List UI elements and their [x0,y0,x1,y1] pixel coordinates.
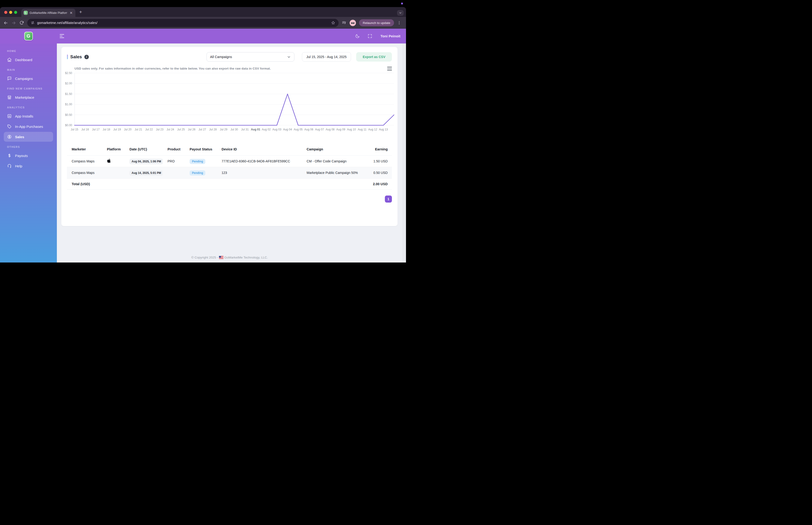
site-settings-icon[interactable] [31,21,35,25]
sidebar-item-label: In-App Purchases [15,124,43,129]
user-menu[interactable]: Toni Peinoit [380,34,400,38]
sidebar: HOMEDashboardMAINCampaignsFIND NEW CAMPA… [0,44,57,262]
svg-text:$0.00: $0.00 [65,124,72,127]
relaunch-to-update-button[interactable]: Relaunch to update [359,19,394,26]
table-row: Compass MapsAug 14, 2025, 5:01 PMPending… [67,167,392,178]
svg-text:Aug 03: Aug 03 [272,128,281,131]
menu-bar [0,0,406,7]
column-header-product: Product [163,143,185,155]
column-header-platform: Platform [102,143,125,155]
browser-profile-avatar[interactable] [350,20,356,26]
sidebar-item-label: Payouts [15,154,28,158]
fullscreen-icon[interactable] [367,34,372,39]
browser-menu-icon[interactable] [397,21,401,25]
device-id-cell: 123 [217,167,302,178]
sidebar-item-label: Sales [15,135,24,139]
svg-text:Jul 31: Jul 31 [241,128,249,131]
sidebar-section-label: ANALYTICS [7,106,53,109]
sidebar-item-dashboard[interactable]: Dashboard [4,55,53,65]
sales-line-chart: $0.00$0.50$1.00$1.50$2.00$2.50Jul 15Jul … [67,73,392,132]
bookmark-star-icon[interactable] [331,21,335,25]
svg-text:Jul 22: Jul 22 [145,128,153,131]
svg-text:$0.50: $0.50 [65,113,72,117]
traffic-lights [4,11,17,14]
platform-cell [102,167,125,178]
sidebar-item-help[interactable]: Help [4,161,53,171]
tag-icon [7,124,12,129]
back-icon[interactable] [3,20,8,25]
url-bar[interactable]: gomarketme.net/affiliate/analytics/sales… [27,19,339,27]
campaign-cell: Marketplace Public Campaign 50% [302,167,361,178]
minimize-window-button[interactable] [9,11,12,14]
pagination-page-1-button[interactable]: 1 [385,196,392,202]
svg-text:Jul 23: Jul 23 [156,128,164,131]
svg-text:Aug 02: Aug 02 [262,128,271,131]
sales-table: MarketerPlatformDate (UTC)ProductPayout … [67,143,392,190]
new-tab-button[interactable]: + [79,9,82,15]
table-total-row: Total (USD)2.00 USD [67,178,392,190]
date-cell: Aug 14, 2025, 5:01 PM [125,167,163,178]
reload-icon[interactable] [19,20,24,25]
svg-text:$1.00: $1.00 [65,103,72,106]
svg-text:$2.50: $2.50 [65,72,72,75]
gomarketme-logo[interactable]: G [24,32,33,41]
sidebar-item-payouts[interactable]: Payouts [4,151,53,161]
svg-text:$2.00: $2.00 [65,82,72,85]
sidebar-item-in-app-purchases[interactable]: In-App Purchases [4,121,53,131]
campaign-cell: CM - Offer Code Campaign [302,155,361,167]
earning-cell: 1.50 USD [361,155,392,167]
platform-cell [102,155,125,167]
notification-dot [401,3,403,4]
sidebar-section-label: OTHERS [7,146,53,148]
svg-text:Aug 12: Aug 12 [368,128,377,131]
tab-close-icon[interactable]: ✕ [69,11,73,15]
close-window-button[interactable] [4,11,7,14]
sales-card: Sales i All Campaigns Jul 15, 2025 - Aug… [61,47,398,226]
earning-cell: 0.50 USD [361,167,392,178]
campaign-filter-select[interactable]: All Campaigns [206,52,294,62]
sidebar-item-marketplace[interactable]: Marketplace [4,92,53,102]
svg-text:Jul 20: Jul 20 [124,128,132,131]
date-range-input[interactable]: Jul 15, 2025 - Aug 14, 2025 [302,52,351,62]
url-text[interactable]: gomarketme.net/affiliate/analytics/sales… [37,21,329,25]
sidebar-item-label: Dashboard [15,58,32,62]
column-header-device-id: Device ID [217,143,302,155]
sidebar-item-label: Campaigns [15,77,33,80]
info-icon[interactable]: i [85,55,89,59]
svg-text:Aug 06: Aug 06 [304,128,313,131]
tab-search-chevron-icon[interactable] [397,10,404,16]
sidebar-item-app-installs[interactable]: App Installs [4,111,53,121]
sidebar-section-label: FIND NEW CAMPAIGNS [7,87,53,90]
column-header-earning: Earning [361,143,392,155]
svg-text:Jul 27: Jul 27 [199,128,206,131]
title-accent-bar [67,55,68,59]
chevron-down-icon [287,55,291,59]
sidebar-item-campaigns[interactable]: Campaigns [4,74,53,84]
svg-text:Aug 05: Aug 05 [294,128,303,131]
date-pill: Aug 04, 2025, 1:06 PM [129,159,163,164]
browser-window: G GoMarketMe Affiliate Platform ✕ + [0,7,406,262]
scrollbar-track[interactable] [402,44,406,262]
browser-tab[interactable]: G GoMarketMe Affiliate Platform ✕ [21,9,75,17]
marketer-cell: Compass Maps [67,167,102,178]
sidebar-section-label: MAIN [7,69,53,71]
product-cell [163,167,185,178]
copyright-company: GoMarketMe Technology, LLC. [224,256,268,259]
sidebar-toggle-icon[interactable] [60,34,66,39]
media-playlist-icon[interactable] [342,20,347,25]
payout-status-badge: Pending [189,159,205,164]
svg-text:Jul 25: Jul 25 [177,128,185,131]
column-header-payout-status: Payout Status [185,143,217,155]
forward-icon[interactable] [11,20,16,25]
export-csv-button[interactable]: Export as CSV [356,52,392,62]
payout-status-cell: Pending [185,167,217,178]
marketer-cell: Compass Maps [67,155,102,167]
sidebar-item-sales[interactable]: Sales [4,132,53,142]
zoom-window-button[interactable] [14,11,17,14]
dark-mode-moon-icon[interactable] [355,34,360,39]
total-value: 2.00 USD [361,178,392,190]
dollar-circle-icon [7,134,12,139]
screen: G GoMarketMe Affiliate Platform ✕ + [0,0,406,262]
chart-menu-icon[interactable] [387,67,392,71]
svg-text:Jul 19: Jul 19 [113,128,121,131]
